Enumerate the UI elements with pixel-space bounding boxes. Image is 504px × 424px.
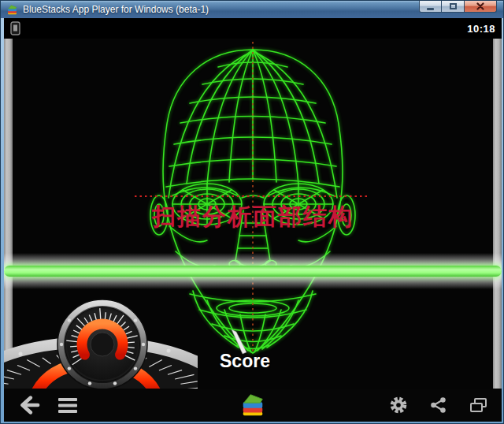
front-gauge (57, 299, 147, 389)
menu-button[interactable] (57, 395, 78, 415)
maximize-button[interactable] (442, 1, 464, 13)
share-button[interactable] (429, 396, 448, 415)
app-content: 扫描分析面部结构 (4, 39, 502, 389)
maximize-icon (450, 3, 457, 9)
close-button[interactable] (464, 1, 497, 13)
minimize-button[interactable] (419, 1, 442, 13)
menu-icon (57, 395, 78, 415)
settings-gear-icon (388, 395, 409, 415)
score-gauge-cluster (4, 292, 198, 389)
android-status-bar: 10:18 (4, 18, 502, 39)
bluestacks-window: BlueStacks App Player for Windows (beta-… (0, 0, 504, 424)
bluestacks-logo-icon (239, 392, 266, 418)
share-icon (429, 396, 448, 415)
minimize-icon (427, 8, 434, 10)
right-side-strip (493, 39, 502, 389)
back-icon (15, 394, 40, 416)
window-frame: 10:18 (1, 18, 503, 423)
emulator-screen: 10:18 (4, 18, 502, 422)
window-mode-button[interactable] (469, 396, 489, 414)
bluestacks-titlebar-icon (6, 4, 18, 16)
status-time: 10:18 (467, 23, 495, 35)
window-titlebar[interactable]: BlueStacks App Player for Windows (beta-… (1, 1, 503, 18)
window-mode-icon (469, 396, 489, 414)
bluestacks-home-button[interactable] (239, 392, 266, 418)
window-controls (419, 1, 497, 13)
window-title: BlueStacks App Player for Windows (beta-… (23, 4, 209, 15)
scan-line (4, 266, 502, 277)
close-icon (476, 2, 484, 10)
device-icon (10, 21, 20, 35)
watermark-text: 扫描分析面部结构 (152, 201, 354, 233)
settings-button[interactable] (388, 395, 409, 415)
android-nav-bar (4, 389, 502, 422)
score-label: Score (206, 351, 284, 372)
back-button[interactable] (15, 394, 40, 416)
